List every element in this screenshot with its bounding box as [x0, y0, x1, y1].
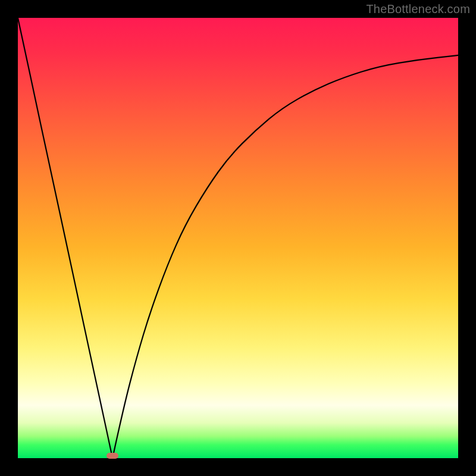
minimum-marker	[107, 453, 118, 459]
plot-area	[18, 18, 458, 458]
curve-layer	[18, 18, 458, 458]
left-branch-line	[18, 18, 112, 458]
watermark-text: TheBottleneck.com	[366, 2, 470, 16]
right-branch-line	[112, 55, 458, 458]
chart-frame: TheBottleneck.com	[0, 0, 476, 476]
